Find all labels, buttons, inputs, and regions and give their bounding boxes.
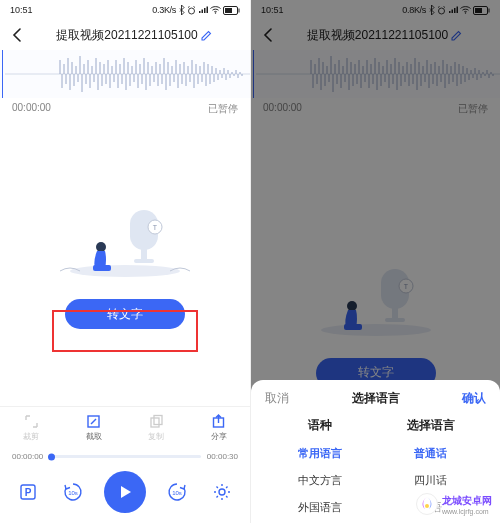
option-sichuan[interactable]: 四川话 xyxy=(414,473,447,488)
option-mandarin[interactable]: 普通话 xyxy=(414,446,447,461)
forward-10s-button[interactable]: 10s xyxy=(164,479,190,505)
progress-track[interactable] xyxy=(49,455,201,458)
tool-row: 裁剪 截取 复制 分享 xyxy=(0,406,250,448)
bookmark-icon: P xyxy=(18,482,38,502)
wifi-icon xyxy=(210,6,221,14)
share-icon xyxy=(211,414,226,429)
sheet-title: 选择语言 xyxy=(352,390,400,407)
waveform[interactable] xyxy=(0,50,250,98)
svg-rect-14 xyxy=(151,418,159,427)
svg-rect-3 xyxy=(239,8,240,12)
svg-rect-12 xyxy=(93,265,111,271)
language-type-column: 语种 常用语言 中文方言 外国语言 xyxy=(265,417,376,515)
play-status: 已暂停 xyxy=(208,102,238,116)
time-row: 00:00:00 已暂停 xyxy=(0,98,250,122)
svg-point-1 xyxy=(215,12,216,13)
progress-bar[interactable]: 00:00:00 00:00:30 xyxy=(0,448,250,465)
convert-to-text-button[interactable]: 转文字 xyxy=(65,299,185,329)
cancel-button[interactable]: 取消 xyxy=(265,390,289,407)
play-icon xyxy=(117,484,133,500)
option-chinese-dialect[interactable]: 中文方言 xyxy=(298,473,342,488)
sheet-columns: 语种 常用语言 中文方言 外国语言 选择语言 普通话 四川话 英语 xyxy=(265,417,486,515)
back-button[interactable] xyxy=(8,26,26,44)
play-button[interactable] xyxy=(104,471,146,513)
crop-icon xyxy=(24,414,39,429)
rewind-icon: 10s xyxy=(61,480,85,504)
svg-text:10s: 10s xyxy=(68,490,78,496)
copy-icon xyxy=(149,414,164,429)
svg-point-0 xyxy=(189,8,195,14)
screen-language-select: 10:51 0.8K/s 提取视频20211221105100 xyxy=(250,0,500,523)
battery-icon xyxy=(223,6,240,15)
language-sheet: 取消 选择语言 确认 语种 常用语言 中文方言 外国语言 选择语言 普通话 四川… xyxy=(251,380,500,523)
svg-rect-8 xyxy=(134,259,154,263)
sheet-header: 取消 选择语言 确认 xyxy=(265,390,486,417)
progress-right: 00:00:30 xyxy=(207,452,238,461)
svg-text:T: T xyxy=(153,224,158,231)
tool-copy[interactable]: 复制 xyxy=(131,413,181,442)
waveform-graphic xyxy=(0,50,250,98)
title-bar: 提取视频20211221105100 xyxy=(0,20,250,50)
page-title: 提取视频20211221105100 xyxy=(26,27,242,44)
bookmark-button[interactable]: P xyxy=(15,479,41,505)
option-common-language[interactable]: 常用语言 xyxy=(298,446,342,461)
tool-label: 截取 xyxy=(86,431,102,442)
forward-icon: 10s xyxy=(165,480,189,504)
svg-point-21 xyxy=(219,489,225,495)
edit-icon[interactable] xyxy=(201,30,212,41)
content-area: T 转文字 xyxy=(0,122,250,406)
tool-label: 复制 xyxy=(148,431,164,442)
status-time: 10:51 xyxy=(10,5,33,15)
screen-main: 10:51 0.3K/s 提取视频20211221105100 xyxy=(0,0,250,523)
svg-point-11 xyxy=(96,242,106,252)
option-english[interactable]: 英语 xyxy=(420,500,442,515)
tool-crop[interactable]: 裁剪 xyxy=(6,413,56,442)
column-header: 选择语言 xyxy=(407,417,455,434)
time-current: 00:00:00 xyxy=(12,102,51,116)
title-text: 提取视频20211221105100 xyxy=(56,27,197,44)
chevron-left-icon xyxy=(12,28,22,42)
svg-point-6 xyxy=(70,265,180,277)
language-select-column: 选择语言 普通话 四川话 英语 xyxy=(376,417,487,515)
status-right: 0.3K/s xyxy=(152,5,240,15)
svg-rect-7 xyxy=(141,249,147,259)
svg-text:P: P xyxy=(25,487,32,498)
cut-icon xyxy=(86,414,101,429)
gear-icon xyxy=(212,482,232,502)
status-bar: 10:51 0.3K/s xyxy=(0,0,250,20)
progress-thumb[interactable] xyxy=(48,453,55,460)
confirm-button[interactable]: 确认 xyxy=(462,390,486,407)
alarm-icon xyxy=(187,6,196,15)
playback-controls: P 10s 10s xyxy=(0,465,250,523)
progress-left: 00:00:00 xyxy=(12,452,43,461)
svg-text:10s: 10s xyxy=(173,490,183,496)
rewind-10s-button[interactable]: 10s xyxy=(60,479,86,505)
status-net: 0.3K/s xyxy=(152,5,176,15)
tool-share[interactable]: 分享 xyxy=(194,413,244,442)
svg-rect-4 xyxy=(225,8,232,13)
column-header: 语种 xyxy=(308,417,332,434)
bluetooth-icon xyxy=(178,5,185,15)
option-foreign-language[interactable]: 外国语言 xyxy=(298,500,342,515)
tool-cut[interactable]: 截取 xyxy=(69,413,119,442)
svg-rect-15 xyxy=(154,415,162,424)
tool-label: 裁剪 xyxy=(23,431,39,442)
tool-label: 分享 xyxy=(211,431,227,442)
settings-button[interactable] xyxy=(209,479,235,505)
illustration: T xyxy=(55,199,195,279)
signal-icon xyxy=(198,6,208,14)
